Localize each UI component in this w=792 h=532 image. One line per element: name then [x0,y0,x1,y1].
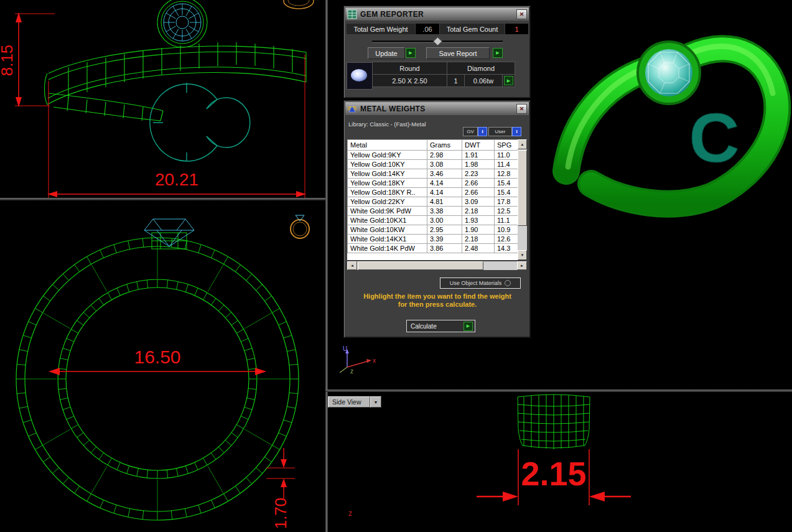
metal-cell[interactable]: 2.66 [462,179,495,188]
metal-cell[interactable]: 2.95 [427,225,462,235]
metal-cell[interactable]: 4.14 [427,188,462,197]
user-info-icon[interactable]: I [512,127,521,136]
user-button[interactable]: User [488,127,512,136]
viewport-divider-left[interactable] [0,198,325,200]
scroll-up-icon[interactable]: ▲ [518,139,527,149]
metal-cell[interactable]: 12.5 [495,207,518,216]
use-object-materials-button[interactable]: Use Object Materials [440,278,521,289]
viewport-divider-right[interactable] [325,390,792,392]
scroll-right-icon[interactable]: ► [517,261,527,270]
col-grams[interactable]: Grams [427,140,462,151]
metal-cell[interactable]: 3.09 [462,197,495,207]
metal-cell[interactable]: 2.48 [462,244,495,253]
metal-row[interactable]: Yellow Gold:18KY R..4.142.6615.4 [348,188,518,197]
gv-button[interactable]: GV [463,127,478,136]
metal-row[interactable]: Yellow Gold:22KY4.813.0917.8 [348,197,518,207]
col-metal[interactable]: Metal [348,140,427,151]
gv-info-icon[interactable]: I [478,127,487,136]
gem-weight-cell[interactable]: 0.06tw [464,74,503,87]
metal-cell[interactable]: 1.98 [462,160,495,169]
calculate-button[interactable]: Calculate ▶ [406,320,475,332]
metal-row[interactable]: White Gold:14K PdW3.862.4814.3 [348,244,518,253]
calculate-go-icon[interactable]: ▶ [464,322,473,331]
gem-slider-thumb[interactable] [433,37,443,47]
metal-row[interactable]: Yellow Gold:9KY2.981.9111.0 [348,151,518,160]
metal-cell[interactable]: 4.14 [427,179,462,188]
metal-cell[interactable]: 3.38 [427,207,462,216]
viewport-divider-vertical[interactable] [325,0,328,532]
scroll-down-icon[interactable]: ▼ [518,250,527,260]
metal-cell[interactable]: 12.8 [495,169,518,179]
gem-type-cell[interactable]: Diamond [447,62,515,75]
save-report-go-icon[interactable]: ▶ [493,48,503,58]
metal-cell[interactable]: 2.98 [427,151,462,160]
side-view-dropdown[interactable]: Side View ▼ [328,396,381,408]
gem-shape-cell[interactable]: Round [372,62,447,75]
metal-cell[interactable]: Yellow Gold:9KY [348,151,427,160]
use-object-materials-radio-icon[interactable] [505,280,511,286]
close-icon[interactable]: ✕ [516,9,527,19]
metal-cell[interactable]: Yellow Gold:18KY R.. [348,188,427,197]
metal-cell[interactable]: 3.46 [427,169,462,179]
metal-row[interactable]: White Gold:10KW2.951.9010.9 [348,225,518,235]
metal-cell[interactable]: White Gold:10KW [348,225,427,235]
metal-cell[interactable]: 10.9 [495,225,518,235]
close-icon[interactable]: ✕ [516,104,527,114]
update-go-icon[interactable]: ▶ [406,48,416,58]
metal-row[interactable]: White Gold:14KX13.392.1812.6 [348,235,518,244]
viewport-shank-section[interactable]: 2.15 z [328,392,792,532]
metal-cell[interactable]: Yellow Gold:18KY [348,179,427,188]
gem-row-go-icon[interactable]: ▶ [504,76,513,85]
horizontal-scrollbar[interactable]: ◄ ► [347,261,527,270]
metal-cell[interactable]: 1.90 [462,225,495,235]
metal-cell[interactable]: 1.91 [462,151,495,160]
metal-weights-titlebar[interactable]: METAL WEIGHTS ✕ [345,102,529,115]
gem-count-cell[interactable]: 1 [447,74,465,87]
metal-cell[interactable]: 11.1 [495,216,518,225]
metal-row[interactable]: Yellow Gold:18KY4.142.6615.4 [348,179,518,188]
metal-cell[interactable]: 3.08 [427,160,462,169]
metal-cell[interactable]: 3.86 [427,244,462,253]
metal-cell[interactable]: 11.0 [495,151,518,160]
metal-cell[interactable]: 15.4 [495,188,518,197]
metal-row[interactable]: White Gold:9K PdW3.382.1812.5 [348,207,518,216]
metal-cell[interactable]: 2.23 [462,169,495,179]
col-spg[interactable]: SPG [495,140,518,151]
metal-cell[interactable]: 12.6 [495,235,518,244]
metal-cell[interactable]: Yellow Gold:10KY [348,160,427,169]
side-view-label[interactable]: Side View [328,396,370,408]
metal-cell[interactable]: 4.81 [427,197,462,207]
metal-cell[interactable]: Yellow Gold:14KY [348,169,427,179]
metal-cell[interactable]: White Gold:14K PdW [348,244,427,253]
metal-cell[interactable]: White Gold:10KX1 [348,216,427,225]
hscroll-thumb[interactable] [358,261,483,270]
gem-thumbnail[interactable] [347,62,373,90]
metal-cell[interactable]: 2.18 [462,207,495,216]
metal-cell[interactable]: 11.4 [495,160,518,169]
metal-row[interactable]: White Gold:10KX13.001.9311.1 [348,216,518,225]
metal-cell[interactable]: 15.4 [495,179,518,188]
viewport-side-wireframe[interactable]: 8.15 20.21 [0,0,325,198]
scroll-left-icon[interactable]: ◄ [347,261,357,270]
metal-cell[interactable]: 1.93 [462,216,495,225]
metal-cell[interactable]: 2.66 [462,188,495,197]
gem-slider[interactable] [372,40,503,43]
metal-cell[interactable]: 14.3 [495,244,518,253]
metal-cell[interactable]: White Gold:14KX1 [348,235,427,244]
metal-cell[interactable]: 2.18 [462,235,495,244]
vertical-scrollbar[interactable]: ▲ ▼ [518,139,527,260]
metal-row[interactable]: Yellow Gold:14KY3.462.2312.8 [348,169,518,179]
vscroll-thumb[interactable] [518,150,527,226]
col-dwt[interactable]: DWT [462,140,495,151]
gem-size-cell[interactable]: 2.50 X 2.50 [372,74,447,87]
update-button[interactable]: Update [368,47,405,59]
metal-cell[interactable]: Yellow Gold:22KY [348,197,427,207]
metal-cell[interactable]: 17.8 [495,197,518,207]
dropdown-arrow-icon[interactable]: ▼ [370,396,381,408]
metal-cell[interactable]: 3.00 [427,216,462,225]
gem-reporter-titlebar[interactable]: GEM REPORTER ✕ [345,7,529,21]
metal-row[interactable]: Yellow Gold:10KY3.081.9811.4 [348,160,518,169]
metal-cell[interactable]: 3.39 [427,235,462,244]
viewport-front-wireframe[interactable]: 16.50 1.70 [0,200,325,532]
save-report-button[interactable]: Save Report [426,47,490,59]
